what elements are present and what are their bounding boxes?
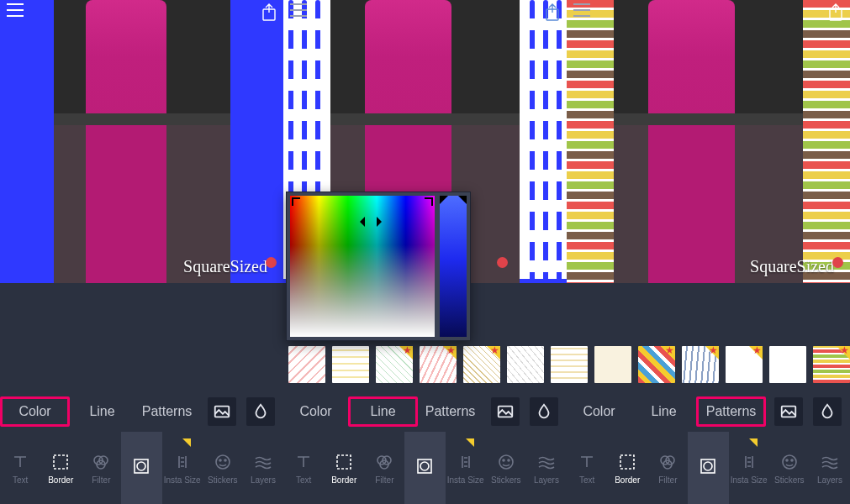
svg-point-29 <box>704 462 712 470</box>
share-icon[interactable] <box>261 3 277 22</box>
color-picker-saturation-area[interactable] <box>290 196 435 337</box>
color-picker-hue-slider[interactable] <box>440 196 467 337</box>
svg-point-22 <box>503 459 504 461</box>
tool-square-crop[interactable] <box>688 432 728 504</box>
pattern-thumb[interactable] <box>332 346 369 383</box>
pattern-thumb[interactable]: ★ <box>376 346 413 383</box>
tab-patterns[interactable]: Patterns <box>418 399 483 424</box>
image-gallery-icon[interactable] <box>491 397 520 426</box>
tool-text[interactable]: Text <box>567 432 607 504</box>
pattern-thumb[interactable]: ★ <box>420 346 457 383</box>
pattern-thumb[interactable] <box>288 346 325 383</box>
tool-instasize[interactable]: Insta Size <box>162 432 203 504</box>
subtabs-panel-3: Color Line Patterns <box>567 391 850 432</box>
tab-color[interactable]: Color <box>567 399 631 424</box>
menu-icon[interactable] <box>7 3 24 17</box>
tool-layers[interactable]: Layers <box>810 432 850 504</box>
svg-point-13 <box>219 459 221 461</box>
pattern-thumb[interactable]: ★ <box>813 346 850 383</box>
tool-border[interactable]: Border <box>40 432 81 504</box>
tool-instasize[interactable]: Insta Size <box>446 432 486 504</box>
color-picker[interactable] <box>286 192 471 341</box>
canvas[interactable]: SquareSized <box>567 0 850 286</box>
watermark: SquareSized <box>183 257 277 276</box>
svg-point-11 <box>137 462 145 470</box>
tool-square-crop[interactable] <box>121 432 161 504</box>
svg-rect-24 <box>620 455 634 469</box>
photo[interactable] <box>54 0 230 283</box>
pattern-thumb[interactable]: ★ <box>463 346 500 383</box>
subtabs-panel-1: Color Line Patterns <box>0 391 283 432</box>
subtabs-panel-2: Color Line Patterns <box>283 391 567 432</box>
tool-border[interactable]: Border <box>324 432 364 504</box>
svg-point-14 <box>224 459 226 461</box>
menu-icon[interactable] <box>573 3 590 17</box>
svg-point-12 <box>216 455 230 469</box>
tab-line[interactable]: Line <box>348 396 418 427</box>
canvas[interactable]: SquareSized <box>0 0 283 286</box>
tab-color[interactable]: Color <box>0 396 70 427</box>
tool-text[interactable]: Text <box>0 432 40 504</box>
tool-stickers[interactable]: Stickers <box>769 432 810 504</box>
bottom-toolbar: Text Border Filter Insta Size Stickers L… <box>0 432 850 504</box>
pattern-thumb[interactable] <box>507 346 544 383</box>
svg-point-30 <box>783 455 796 469</box>
tool-filter[interactable]: Filter <box>647 432 688 504</box>
share-icon[interactable] <box>545 3 560 22</box>
watermark: SquareSized <box>750 257 843 276</box>
image-gallery-icon[interactable] <box>774 397 803 426</box>
svg-rect-6 <box>54 455 67 469</box>
droplet-icon[interactable] <box>530 397 558 426</box>
pattern-thumb[interactable] <box>594 346 631 383</box>
svg-point-21 <box>499 455 513 469</box>
tab-line[interactable]: Line <box>631 399 696 424</box>
border-subtabs: Color Line Patterns Color Line Patterns … <box>0 391 850 432</box>
pattern-thumb[interactable]: ★ <box>638 346 675 383</box>
svg-point-23 <box>508 459 509 461</box>
tool-text[interactable]: Text <box>283 432 324 504</box>
tool-border[interactable]: Border <box>607 432 647 504</box>
pattern-thumb[interactable]: ★ <box>726 346 763 383</box>
tab-line[interactable]: Line <box>70 399 135 424</box>
droplet-icon[interactable] <box>246 397 275 426</box>
tool-stickers[interactable]: Stickers <box>486 432 526 504</box>
svg-point-32 <box>791 459 793 461</box>
share-icon[interactable] <box>828 3 843 22</box>
tool-layers[interactable]: Layers <box>243 432 283 504</box>
tool-instasize[interactable]: Insta Size <box>729 432 769 504</box>
tool-stickers[interactable]: Stickers <box>203 432 243 504</box>
pattern-thumb[interactable] <box>551 346 588 383</box>
pattern-thumb[interactable]: ★ <box>682 346 719 383</box>
menu-icon[interactable] <box>290 3 307 17</box>
tab-patterns[interactable]: Patterns <box>696 396 766 427</box>
svg-point-20 <box>420 462 429 470</box>
tool-layers[interactable]: Layers <box>526 432 567 504</box>
droplet-icon[interactable] <box>813 397 842 426</box>
tab-color[interactable]: Color <box>283 399 348 424</box>
tool-filter[interactable]: Filter <box>81 432 121 504</box>
svg-rect-15 <box>337 455 351 469</box>
image-gallery-icon[interactable] <box>208 397 236 426</box>
color-picker-pointer[interactable] <box>365 216 377 228</box>
tab-patterns[interactable]: Patterns <box>135 399 199 424</box>
pattern-thumb[interactable] <box>769 346 806 383</box>
photo[interactable] <box>614 0 803 283</box>
tool-square-crop[interactable] <box>404 432 445 504</box>
svg-point-31 <box>786 459 788 461</box>
tool-filter[interactable]: Filter <box>364 432 404 504</box>
pattern-thumbnail-strip[interactable]: ★ ★ ★ ★ ★ ★ ★ <box>287 346 850 383</box>
